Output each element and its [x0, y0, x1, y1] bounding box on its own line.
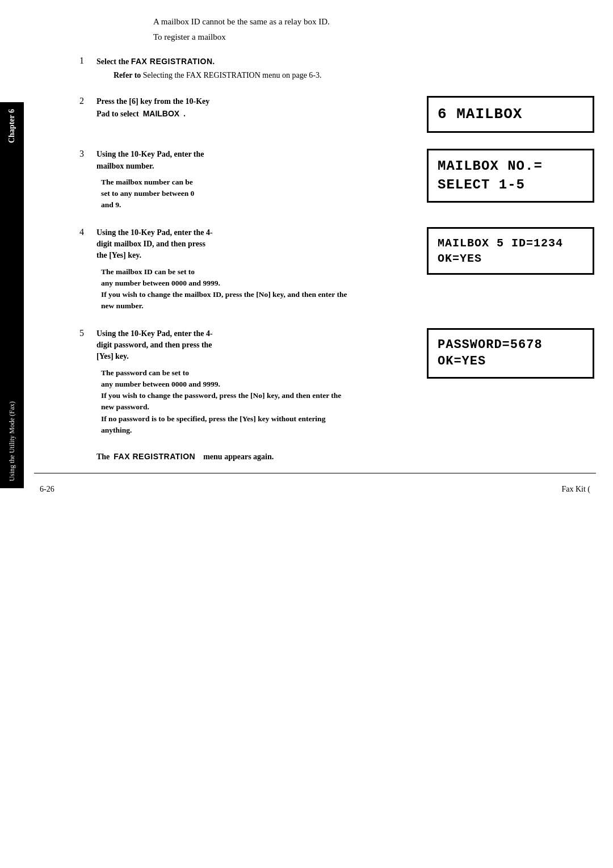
separator	[34, 473, 596, 473]
final-end: menu appears again.	[203, 452, 274, 461]
step-3-note-1: The mailbox number can be	[101, 178, 193, 186]
step-3-note: The mailbox number can be set to any num…	[101, 177, 418, 211]
step-5-note: The password can be set to any number be…	[101, 367, 418, 437]
step-1-title-end: .	[213, 57, 215, 66]
step-5-note-6: anything.	[101, 426, 132, 434]
step-5-note-2: any number between 0000 and 9999.	[101, 380, 220, 388]
step-4-note-3: If you wish to change the mailbox ID, pr…	[101, 290, 347, 299]
refer-text: Selecting the FAX REGISTRATION menu on p…	[143, 71, 322, 79]
step-5-display: PASSWORD=5678 OK=YES	[427, 328, 594, 379]
step-4-note-4: new number.	[101, 301, 144, 310]
step-3-number: 3	[79, 149, 96, 159]
step-4-number: 4	[79, 227, 96, 237]
side-tab-title: Using the Utility Mode (Fax)	[8, 401, 16, 481]
step-4-screen-line1: MAILBOX 5 ID=1234	[438, 237, 563, 250]
step-4-note: The mailbox ID can be set to any number …	[101, 266, 418, 312]
side-tab: Chapter 6 Using the Utility Mode (Fax)	[0, 102, 24, 488]
step-2-body: Press the [6] key from the 10-KeyPad to …	[96, 96, 427, 120]
step-4-screen-line2: OK=YES	[438, 252, 482, 265]
chapter-label: Chapter 6	[7, 109, 16, 143]
step-5-note-5: If no password is to be specified, press…	[101, 414, 325, 423]
step-3-screen: MAILBOX NO.= SELECT 1-5	[427, 149, 596, 203]
step-5-screen-line1: PASSWORD=5678	[438, 338, 543, 352]
step-3-note-2: set to any number between 0	[101, 189, 194, 198]
step-5-title: Using the 10-Key Pad, enter the 4-digit …	[96, 328, 418, 363]
step-3-display: MAILBOX NO.= SELECT 1-5	[427, 149, 594, 203]
step-5-screen-line2: OK=YES	[438, 354, 486, 368]
step-2-display: 6 MAILBOX	[427, 96, 594, 133]
step-5: 5 Using the 10-Key Pad, enter the 4-digi…	[79, 328, 596, 436]
step-2-number: 2	[79, 96, 96, 106]
step-4-title: Using the 10-Key Pad, enter the 4-digit …	[96, 227, 418, 262]
step-2-screen-line1: 6 MAILBOX	[438, 106, 522, 123]
step-3-screen-line1: MAILBOX NO.=	[438, 158, 543, 174]
step-1: 1 Select the FAX REGISTRATION. Refer to …	[79, 56, 596, 80]
step-5-note-1: The password can be set to	[101, 368, 189, 377]
refer-prefix: Refer to	[114, 71, 141, 79]
steps-section: 1 Select the FAX REGISTRATION. Refer to …	[79, 56, 596, 462]
step-2: 2 Press the [6] key from the 10-KeyPad t…	[79, 96, 596, 133]
page-container: Chapter 6 Using the Utility Mode (Fax) A…	[0, 0, 613, 868]
intro-text: A mailbox ID cannot be the same as a rel…	[153, 17, 596, 27]
final-line: The FAX REGISTRATION menu appears again.	[96, 452, 596, 462]
step-5-screen: PASSWORD=5678 OK=YES	[427, 328, 596, 379]
bottom-blank	[34, 494, 596, 653]
footer-page: 6-26	[40, 485, 54, 494]
footer: 6-26 Fax Kit (	[34, 485, 596, 494]
step-4: 4 Using the 10-Key Pad, enter the 4-digi…	[79, 227, 596, 312]
step-5-note-3: If you wish to change the password, pres…	[101, 391, 341, 400]
final-keyword: FAX REGISTRATION	[114, 452, 195, 461]
step-1-title: Select the FAX REGISTRATION.	[96, 56, 587, 68]
step-3: 3 Using the 10-Key Pad, enter themailbox…	[79, 149, 596, 211]
step-4-display: MAILBOX 5 ID=1234 OK=YES	[427, 227, 594, 275]
step-5-body: Using the 10-Key Pad, enter the 4-digit …	[96, 328, 427, 436]
final-the: The	[96, 452, 110, 461]
step-3-title: Using the 10-Key Pad, enter themailbox n…	[96, 149, 418, 172]
step-1-title-plain: Select the	[96, 57, 131, 66]
step-1-number: 1	[79, 56, 96, 66]
step-3-body: Using the 10-Key Pad, enter themailbox n…	[96, 149, 427, 211]
footer-product: Fax Kit (	[561, 485, 590, 494]
step-4-body: Using the 10-Key Pad, enter the 4-digit …	[96, 227, 427, 312]
step-5-number: 5	[79, 328, 96, 338]
step-2-screen: 6 MAILBOX	[427, 96, 596, 133]
step-4-note-2: any number between 0000 and 9999.	[101, 279, 220, 287]
step-1-refer: Refer to Selecting the FAX REGISTRATION …	[114, 71, 587, 80]
step-3-screen-line2: SELECT 1-5	[438, 177, 525, 192]
step-4-note-1: The mailbox ID can be set to	[101, 267, 195, 276]
step-3-note-3: and 9.	[101, 200, 121, 209]
step-4-screen: MAILBOX 5 ID=1234 OK=YES	[427, 227, 596, 275]
step-5-note-4: new password.	[101, 402, 149, 411]
step-1-body: Select the FAX REGISTRATION. Refer to Se…	[96, 56, 596, 80]
register-text: To register a mailbox	[153, 32, 596, 42]
main-content: A mailbox ID cannot be the same as a rel…	[34, 0, 596, 653]
step-1-keyword: FAX REGISTRATION	[131, 57, 213, 66]
step-2-title: Press the [6] key from the 10-KeyPad to …	[96, 96, 418, 120]
